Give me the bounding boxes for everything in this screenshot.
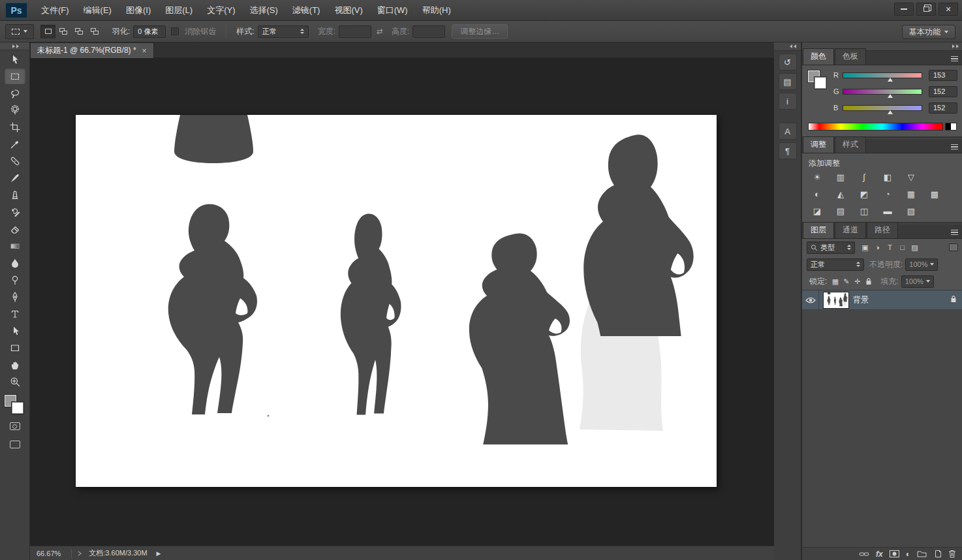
layer-row-background[interactable]: 背景 xyxy=(802,290,962,310)
menu-layer[interactable]: 图层(L) xyxy=(158,0,200,20)
tab-layers[interactable]: 图层 xyxy=(803,222,834,238)
layer-visibility-toggle[interactable] xyxy=(802,290,819,310)
slider-thumb-icon[interactable] xyxy=(888,110,893,114)
lock-all-icon[interactable] xyxy=(863,276,874,287)
history-brush-tool[interactable] xyxy=(5,204,25,220)
filter-adjustment-layers-icon[interactable]: ◑ xyxy=(871,241,884,253)
workspace-switcher[interactable]: 基本功能 xyxy=(902,25,955,39)
blur-tool[interactable] xyxy=(5,255,25,271)
filter-shape-layers-icon[interactable]: □ xyxy=(896,241,908,253)
blend-mode-select[interactable]: 正常 xyxy=(807,258,864,271)
toolbar-collapse-button[interactable] xyxy=(0,42,29,50)
style-select[interactable]: 正常 xyxy=(258,25,309,38)
menu-window[interactable]: 窗口(W) xyxy=(370,0,415,20)
quick-mask-button[interactable] xyxy=(5,418,25,434)
type-tool[interactable] xyxy=(5,305,25,322)
panel-menu-icon[interactable] xyxy=(951,144,958,150)
tab-channels[interactable]: 通道 xyxy=(835,222,866,238)
link-layers-button[interactable] xyxy=(859,551,869,557)
info-panel-icon[interactable]: i xyxy=(779,93,797,110)
brush-tool[interactable] xyxy=(5,170,25,186)
subtract-from-selection-mode-button[interactable] xyxy=(72,25,87,39)
path-selection-tool[interactable] xyxy=(5,322,25,339)
opacity-input[interactable]: 100% xyxy=(905,258,938,271)
tool-preset-picker[interactable] xyxy=(5,24,34,39)
photo-filter-icon[interactable]: ◔ xyxy=(878,187,897,200)
menu-image[interactable]: 图像(I) xyxy=(119,0,158,20)
character-panel-icon[interactable]: A xyxy=(779,123,797,140)
slider-thumb-icon[interactable] xyxy=(888,94,893,98)
width-input[interactable] xyxy=(339,25,371,38)
add-to-selection-mode-button[interactable] xyxy=(56,25,71,39)
levels-icon[interactable]: ▥ xyxy=(831,170,850,183)
layer-filter-type-select[interactable]: 类型 xyxy=(807,241,855,254)
filter-type-layers-icon[interactable]: T xyxy=(884,241,896,253)
menu-view[interactable]: 视图(V) xyxy=(327,0,369,20)
green-channel-value[interactable]: 152 xyxy=(929,86,957,97)
zoom-tool[interactable] xyxy=(5,373,25,390)
refine-edge-button[interactable]: 调整边缘… xyxy=(452,24,508,39)
canvas-pasteboard[interactable] xyxy=(30,58,774,546)
panel-menu-icon[interactable] xyxy=(951,56,958,62)
threshold-icon[interactable]: ◫ xyxy=(854,204,874,217)
black-white-ramp-end[interactable] xyxy=(945,123,957,131)
filter-pixel-layers-icon[interactable]: ▣ xyxy=(859,241,871,253)
crop-tool[interactable] xyxy=(5,119,25,135)
history-panel-icon[interactable]: ↺ xyxy=(779,54,797,70)
tab-close-icon[interactable]: × xyxy=(142,46,147,55)
exposure-icon[interactable]: ◧ xyxy=(878,170,897,183)
tab-color[interactable]: 颜色 xyxy=(803,48,834,65)
maximize-button[interactable] xyxy=(916,3,936,16)
feather-input[interactable]: 0 像素 xyxy=(133,25,166,38)
status-flyout-button[interactable]: ▶ xyxy=(157,550,161,557)
delete-layer-button[interactable] xyxy=(948,550,956,558)
lasso-tool[interactable] xyxy=(5,85,25,101)
menu-select[interactable]: 选择(S) xyxy=(242,0,285,20)
brightness-contrast-icon[interactable]: ☀ xyxy=(807,170,827,183)
red-channel-slider[interactable] xyxy=(843,72,922,78)
document-tab[interactable]: 未标题-1 @ 66.7%(RGB/8) * × xyxy=(30,42,154,58)
tab-adjustments[interactable]: 调整 xyxy=(803,136,834,153)
move-tool[interactable] xyxy=(5,51,25,67)
tab-swatches[interactable]: 色板 xyxy=(835,48,866,65)
tab-styles[interactable]: 样式 xyxy=(835,136,866,153)
lock-transparent-pixels-icon[interactable]: ▦ xyxy=(830,276,841,287)
canvas[interactable] xyxy=(76,115,717,487)
vibrance-icon[interactable]: ▽ xyxy=(901,170,921,183)
menu-edit[interactable]: 编辑(E) xyxy=(76,0,119,20)
lock-position-icon[interactable]: ✛ xyxy=(852,276,863,287)
add-layer-mask-button[interactable] xyxy=(890,550,899,557)
tab-paths[interactable]: 路径 xyxy=(867,222,898,238)
menu-file[interactable]: 文件(F) xyxy=(34,0,76,20)
curves-icon[interactable]: ∫ xyxy=(854,170,874,183)
background-color-swatch[interactable] xyxy=(12,402,23,414)
minimize-button[interactable] xyxy=(894,3,914,16)
hand-tool[interactable] xyxy=(5,356,25,373)
layer-thumbnail[interactable] xyxy=(824,292,848,308)
new-layer-button[interactable] xyxy=(933,550,942,558)
spot-healing-brush-tool[interactable] xyxy=(5,153,25,169)
color-balance-icon[interactable]: ◭ xyxy=(831,187,850,200)
channel-mixer-icon[interactable]: ▦ xyxy=(901,187,921,200)
intersect-selection-mode-button[interactable] xyxy=(87,25,102,39)
filter-toggle-switch[interactable] xyxy=(949,243,958,251)
blue-channel-value[interactable]: 152 xyxy=(929,102,957,114)
filter-smart-objects-icon[interactable]: ▨ xyxy=(908,241,921,253)
new-group-button[interactable] xyxy=(917,550,927,557)
gradient-map-icon[interactable]: ▬ xyxy=(878,204,897,217)
screen-mode-button[interactable] xyxy=(5,437,25,452)
pen-tool[interactable] xyxy=(5,288,25,305)
layer-style-button[interactable]: fx xyxy=(876,550,883,559)
rectangle-shape-tool[interactable] xyxy=(5,339,25,356)
blue-channel-slider[interactable] xyxy=(843,105,922,111)
panel-background-swatch[interactable] xyxy=(815,77,826,89)
color-spectrum-ramp[interactable] xyxy=(808,123,943,131)
swap-dimensions-icon[interactable]: ⇄ xyxy=(377,27,383,36)
selective-color-icon[interactable]: ▧ xyxy=(901,204,921,217)
slider-thumb-icon[interactable] xyxy=(888,78,893,82)
quick-selection-tool[interactable] xyxy=(5,102,25,118)
menu-type[interactable]: 文字(Y) xyxy=(200,0,242,20)
color-lookup-icon[interactable]: ▩ xyxy=(925,187,944,200)
dodge-tool[interactable] xyxy=(5,272,25,288)
zoom-level-input[interactable]: 66.67% xyxy=(30,550,66,557)
